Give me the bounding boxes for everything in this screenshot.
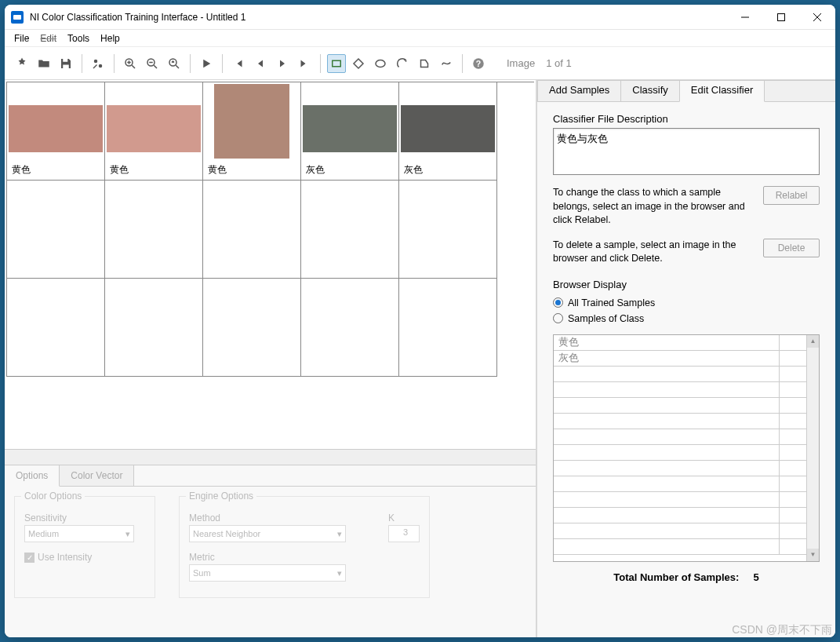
menu-file[interactable]: File xyxy=(9,31,34,46)
image-label: Image xyxy=(507,57,535,69)
save-icon[interactable] xyxy=(56,54,75,73)
svg-point-7 xyxy=(376,60,385,67)
zoom-fit-icon[interactable] xyxy=(165,54,184,73)
browser-cell[interactable] xyxy=(7,181,105,279)
svg-rect-6 xyxy=(333,60,341,67)
sample-swatch xyxy=(107,105,201,152)
svg-text:?: ? xyxy=(476,58,481,67)
oval-tool-icon[interactable] xyxy=(371,54,390,73)
help-icon[interactable]: ? xyxy=(469,54,488,73)
table-row[interactable] xyxy=(554,398,819,414)
tab-spacer xyxy=(764,80,835,101)
metric-label: Metric xyxy=(189,552,420,563)
rect-tool-icon[interactable] xyxy=(327,54,346,73)
browser-cell[interactable]: 灰色 xyxy=(301,82,399,181)
browser-cell[interactable] xyxy=(301,279,399,377)
window-title: NI Color Classification Training Interfa… xyxy=(30,12,727,23)
table-row[interactable] xyxy=(554,382,819,398)
polygon-tool-icon[interactable] xyxy=(415,54,434,73)
table-row[interactable] xyxy=(554,476,819,492)
zoom-in-icon[interactable] xyxy=(121,54,140,73)
desc-label: Classifier File Description xyxy=(553,113,820,125)
table-row[interactable] xyxy=(554,367,819,382)
next-icon[interactable] xyxy=(273,54,292,73)
freehand-tool-icon[interactable] xyxy=(437,54,456,73)
tab-add-samples[interactable]: Add Samples xyxy=(537,80,621,101)
table-row[interactable] xyxy=(554,492,819,508)
k-label: K xyxy=(388,513,420,523)
k-input[interactable]: 3 xyxy=(388,525,420,542)
app-icon xyxy=(11,11,24,24)
scroll-down-icon[interactable]: ▼ xyxy=(807,549,819,561)
new-icon[interactable] xyxy=(13,54,31,73)
method-select[interactable]: Nearest Neighbor▾ xyxy=(189,525,346,542)
relabel-text: To change the class to which a sample be… xyxy=(553,186,755,228)
sample-label: 黄色 xyxy=(9,162,103,178)
last-icon[interactable] xyxy=(295,54,314,73)
browser-cell[interactable]: 灰色 xyxy=(399,82,497,181)
close-button[interactable] xyxy=(799,5,835,30)
menu-help[interactable]: Help xyxy=(96,31,125,46)
menu-edit[interactable]: Edit xyxy=(35,31,61,46)
open-icon[interactable] xyxy=(35,54,53,73)
sensitivity-select[interactable]: Medium▾ xyxy=(24,525,134,542)
desc-input[interactable] xyxy=(553,128,820,175)
total-value: 5 xyxy=(753,571,758,583)
svg-point-2 xyxy=(99,64,103,67)
sample-swatch xyxy=(401,105,495,152)
sensitivity-label: Sensitivity xyxy=(24,513,145,523)
rotated-rect-icon[interactable] xyxy=(349,54,368,73)
menu-tools[interactable]: Tools xyxy=(63,31,94,46)
prev-icon[interactable] xyxy=(251,54,270,73)
tab-edit-classifier[interactable]: Edit Classifier xyxy=(679,80,765,102)
annulus-tool-icon[interactable] xyxy=(393,54,412,73)
browser-cell[interactable]: 黄色 xyxy=(203,82,301,181)
maximize-button[interactable] xyxy=(763,5,799,30)
table-row[interactable]: 灰色2 xyxy=(554,351,819,367)
tab-color-vector[interactable]: Color Vector xyxy=(60,465,134,486)
svg-rect-0 xyxy=(778,13,785,20)
browser-cell[interactable] xyxy=(399,279,497,377)
class-table[interactable]: 黄色3灰色2 ▲ ▼ xyxy=(553,334,820,562)
scrollbar[interactable]: ▲ ▼ xyxy=(806,335,819,561)
use-intensity-checkbox[interactable]: ✓ xyxy=(24,553,35,563)
browser-cell[interactable] xyxy=(301,181,399,279)
preview-strip xyxy=(5,449,536,465)
table-row[interactable] xyxy=(554,461,819,476)
minimize-button[interactable] xyxy=(727,5,763,30)
sample-label: 黄色 xyxy=(107,162,201,178)
engine-options-title: Engine Options xyxy=(186,491,256,502)
menubar: File Edit Tools Help xyxy=(5,30,835,47)
tab-classify[interactable]: Classify xyxy=(620,80,680,101)
table-row[interactable] xyxy=(554,523,819,539)
play-icon[interactable] xyxy=(197,54,216,73)
zoom-out-icon[interactable] xyxy=(143,54,162,73)
table-row[interactable] xyxy=(554,429,819,445)
browser-cell[interactable] xyxy=(203,181,301,279)
browser-cell[interactable] xyxy=(105,181,203,279)
browser-cell[interactable]: 黄色 xyxy=(105,82,203,181)
table-row[interactable] xyxy=(554,508,819,523)
first-icon[interactable] xyxy=(229,54,248,73)
delete-text: To delete a sample, select an image in t… xyxy=(553,239,755,266)
table-row[interactable]: 黄色3 xyxy=(554,335,819,351)
train-icon[interactable] xyxy=(89,54,107,73)
table-row[interactable] xyxy=(554,445,819,461)
delete-button[interactable]: Delete xyxy=(763,239,820,257)
tab-options[interactable]: Options xyxy=(5,465,60,487)
table-row[interactable] xyxy=(554,414,819,429)
radio-all-trained[interactable]: All Trained Samples xyxy=(553,297,820,308)
browser-cell[interactable] xyxy=(399,181,497,279)
browser-cell[interactable] xyxy=(7,279,105,377)
metric-select[interactable]: Sum▾ xyxy=(189,564,346,582)
sample-label: 黄色 xyxy=(205,162,299,178)
table-row[interactable] xyxy=(554,539,819,555)
radio-samples-of-class[interactable]: Samples of Class xyxy=(553,313,820,324)
browser-cell[interactable]: 黄色 xyxy=(7,82,105,181)
browser-cell[interactable] xyxy=(203,279,301,377)
browser-cell[interactable] xyxy=(105,279,203,377)
scroll-up-icon[interactable]: ▲ xyxy=(807,335,819,348)
method-label: Method xyxy=(189,513,365,523)
relabel-button[interactable]: Relabel xyxy=(763,186,820,205)
sample-label: 灰色 xyxy=(401,162,495,178)
